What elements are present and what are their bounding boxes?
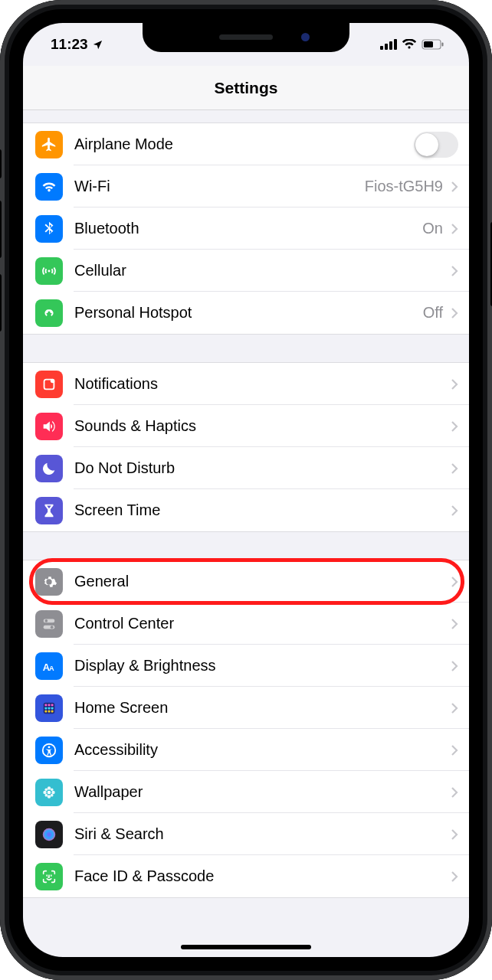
chevron-right-icon (451, 223, 458, 235)
location-arrow-icon (92, 39, 103, 51)
front-camera (301, 33, 310, 41)
home-indicator[interactable] (181, 945, 311, 949)
airplane-toggle[interactable] (414, 132, 458, 158)
chevron-right-icon (451, 618, 458, 630)
mute-switch (0, 149, 2, 178)
row-label: Control Center (74, 615, 443, 632)
svg-point-27 (48, 746, 51, 748)
antenna-icon (35, 257, 63, 285)
svg-point-32 (51, 790, 54, 793)
row-value: On (422, 220, 443, 237)
screen: 11:23 (23, 23, 469, 957)
svg-rect-24 (48, 710, 51, 712)
cellular-signal-icon (380, 39, 397, 50)
svg-rect-22 (51, 707, 54, 709)
chevron-right-icon (451, 307, 458, 319)
row-home-screen[interactable]: Home Screen (23, 687, 469, 729)
accessibility-icon (35, 737, 63, 764)
svg-text:A: A (49, 664, 54, 671)
group-device: General Control Center AA Display & Brig… (23, 560, 469, 898)
row-label: Cellular (74, 262, 443, 279)
svg-rect-23 (45, 710, 48, 712)
row-label: Do Not Disturb (74, 459, 443, 477)
row-label: Home Screen (74, 699, 443, 717)
row-personal-hotspot[interactable]: Personal Hotspot Off (23, 292, 469, 334)
row-notifications[interactable]: Notifications (23, 363, 469, 405)
switches-icon (35, 610, 63, 638)
row-wallpaper[interactable]: Wallpaper (23, 771, 469, 813)
row-cellular[interactable]: Cellular (23, 250, 469, 292)
svg-point-28 (48, 790, 51, 794)
bluetooth-icon (35, 215, 63, 243)
chevron-right-icon (451, 265, 458, 277)
svg-point-9 (51, 378, 55, 383)
wifi-icon (35, 173, 63, 201)
row-screen-time[interactable]: Screen Time (23, 489, 469, 531)
row-accessibility[interactable]: Accessibility (23, 729, 469, 771)
row-label: Airplane Mode (74, 136, 414, 153)
svg-point-36 (51, 793, 54, 796)
row-label: Display & Brightness (74, 657, 443, 675)
chevron-right-icon (451, 378, 458, 390)
row-label: Personal Hotspot (74, 304, 417, 322)
svg-rect-1 (385, 44, 388, 50)
row-general[interactable]: General (23, 560, 469, 603)
siri-icon (35, 821, 63, 848)
row-sounds-haptics[interactable]: Sounds & Haptics (23, 405, 469, 447)
row-faceid-passcode[interactable]: Face ID & Passcode (23, 855, 469, 897)
group-connectivity: Airplane Mode Wi-Fi Fios-tG5H9 Bluetooth (23, 122, 469, 335)
svg-point-29 (48, 786, 51, 789)
svg-rect-2 (389, 41, 392, 50)
row-wifi[interactable]: Wi-Fi Fios-tG5H9 (23, 165, 469, 207)
svg-point-31 (43, 790, 46, 793)
row-siri-search[interactable]: Siri & Search (23, 813, 469, 855)
row-label: Wallpaper (74, 783, 443, 801)
row-do-not-disturb[interactable]: Do Not Disturb (23, 447, 469, 489)
hourglass-icon (35, 497, 63, 524)
svg-point-7 (48, 270, 51, 272)
row-control-center[interactable]: Control Center (23, 603, 469, 645)
chevron-right-icon (451, 702, 458, 714)
sounds-icon (35, 413, 63, 440)
settings-list[interactable]: Airplane Mode Wi-Fi Fios-tG5H9 Bluetooth (23, 110, 469, 957)
chevron-right-icon (451, 576, 458, 588)
chevron-right-icon (451, 744, 458, 756)
wifi-icon (402, 39, 417, 50)
chevron-right-icon (451, 505, 458, 517)
chevron-right-icon (451, 420, 458, 433)
svg-point-30 (48, 795, 51, 798)
status-time: 11:23 (51, 36, 88, 53)
chevron-right-icon (451, 660, 458, 672)
row-label: Face ID & Passcode (74, 867, 443, 885)
phone-frame: 11:23 (0, 0, 492, 980)
row-label: Bluetooth (74, 220, 416, 237)
svg-rect-25 (51, 710, 54, 712)
chevron-right-icon (451, 462, 458, 475)
svg-point-34 (51, 788, 54, 791)
flower-icon (35, 779, 63, 806)
svg-point-37 (43, 828, 56, 841)
chevron-right-icon (451, 828, 458, 841)
row-label: Screen Time (74, 501, 443, 519)
nav-header: Settings (23, 66, 469, 110)
row-label: Siri & Search (74, 825, 443, 843)
row-display-brightness[interactable]: AA Display & Brightness (23, 645, 469, 687)
row-airplane-mode[interactable]: Airplane Mode (23, 123, 469, 165)
svg-rect-6 (442, 43, 444, 47)
chevron-right-icon (451, 181, 458, 193)
svg-rect-19 (51, 704, 54, 706)
row-label: General (74, 573, 443, 590)
svg-rect-17 (45, 704, 48, 706)
svg-point-33 (45, 788, 48, 791)
svg-rect-5 (424, 41, 433, 47)
hotspot-icon (35, 299, 63, 327)
volume-up-button (0, 201, 2, 258)
gear-icon (35, 568, 63, 596)
page-title: Settings (215, 79, 278, 97)
earpiece (219, 34, 273, 40)
notch (143, 23, 349, 52)
row-label: Wi-Fi (74, 178, 359, 195)
row-bluetooth[interactable]: Bluetooth On (23, 207, 469, 250)
svg-rect-0 (380, 46, 383, 50)
chevron-right-icon (451, 871, 458, 883)
